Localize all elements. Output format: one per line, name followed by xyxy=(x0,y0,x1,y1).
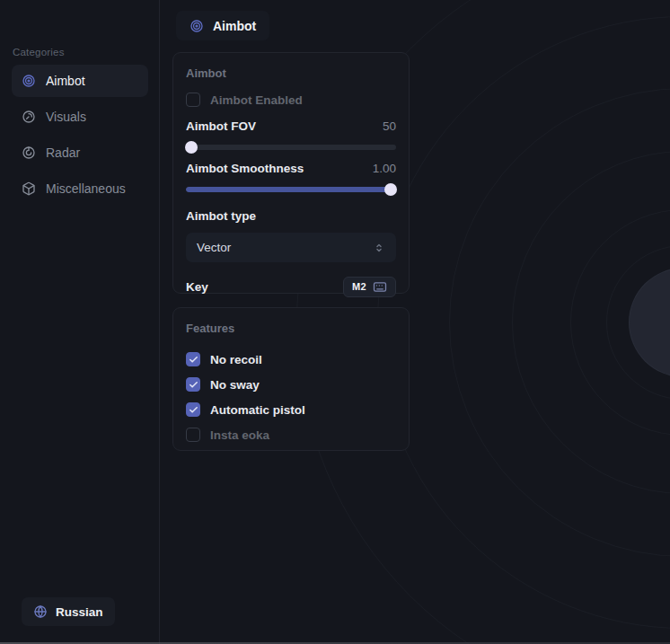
smoothness-slider-track[interactable] xyxy=(186,187,396,192)
target-icon xyxy=(190,19,204,33)
aimbot-panel: Aimbot Aimbot Enabled Aimbot FOV 50 Aimb… xyxy=(172,52,410,294)
key-binding-value: M2 xyxy=(352,281,366,292)
feature-label: No sway xyxy=(210,378,260,392)
sidebar-item-miscellaneous[interactable]: Miscellaneous xyxy=(12,172,148,205)
smoothness-slider[interactable] xyxy=(186,183,396,196)
key-row: Key M2 xyxy=(186,275,396,298)
smoothness-value-row: Aimbot Smoothness 1.00 xyxy=(186,162,396,175)
feature-label: No recoil xyxy=(210,353,262,366)
check-icon xyxy=(189,355,198,365)
smoothness-label: Aimbot Smoothness xyxy=(186,162,304,175)
fov-value-row: Aimbot FOV 50 xyxy=(186,119,396,133)
fov-value: 50 xyxy=(383,119,396,133)
no-sway-checkbox[interactable] xyxy=(186,377,200,392)
aimbot-type-label: Aimbot type xyxy=(186,209,396,223)
panel-title: Aimbot xyxy=(186,66,396,80)
tab-aimbot[interactable]: Aimbot xyxy=(176,11,269,40)
fov-slider[interactable] xyxy=(186,141,396,154)
fov-slider-thumb[interactable] xyxy=(185,141,198,154)
smoothness-value: 1.00 xyxy=(373,162,396,175)
cube-icon xyxy=(22,181,36,196)
globe-icon xyxy=(33,604,48,619)
smoothness-slider-thumb[interactable] xyxy=(384,183,397,196)
smoothness-slider-fill xyxy=(186,187,396,192)
aimbot-type-select[interactable]: Vector xyxy=(186,233,396,262)
no-recoil-checkbox[interactable] xyxy=(186,352,200,366)
features-panel: Features No recoil No sway Automatic pis… xyxy=(172,307,410,451)
sidebar: Categories Aimbot Visuals Radar Miscella… xyxy=(0,0,160,644)
aimbot-type-value: Vector xyxy=(197,241,231,254)
sidebar-item-label: Visuals xyxy=(46,110,86,124)
categories-label: Categories xyxy=(13,47,65,57)
sidebar-item-label: Miscellaneous xyxy=(46,181,126,196)
radar-icon xyxy=(22,146,36,160)
fov-slider-track[interactable] xyxy=(186,145,396,150)
check-icon xyxy=(189,405,198,415)
language-button[interactable]: Russian xyxy=(22,597,115,626)
automatic-pistol-checkbox[interactable] xyxy=(186,402,200,417)
key-binding-button[interactable]: M2 xyxy=(343,277,396,297)
panel-title: Features xyxy=(186,322,396,335)
sidebar-item-visuals[interactable]: Visuals xyxy=(12,101,148,133)
tab-label: Aimbot xyxy=(213,19,256,33)
feature-row-no-recoil: No recoil xyxy=(186,347,396,372)
sidebar-item-label: Aimbot xyxy=(46,74,85,88)
language-button-label: Russian xyxy=(56,605,103,619)
sidebar-item-radar[interactable]: Radar xyxy=(12,137,148,169)
sidebar-item-label: Radar xyxy=(46,146,80,160)
eye-icon xyxy=(22,110,36,124)
aimbot-enabled-checkbox[interactable] xyxy=(186,93,200,107)
feature-row-insta-eoka: Insta eoka xyxy=(186,422,396,447)
category-nav: Aimbot Visuals Radar Miscellaneous xyxy=(12,65,148,208)
feature-row-no-sway: No sway xyxy=(186,372,396,397)
fov-label: Aimbot FOV xyxy=(186,119,256,133)
sidebar-item-aimbot[interactable]: Aimbot xyxy=(12,65,148,97)
feature-row-automatic-pistol: Automatic pistol xyxy=(186,397,396,422)
target-icon xyxy=(22,74,36,88)
feature-label: Insta eoka xyxy=(210,428,269,442)
key-label: Key xyxy=(186,280,208,294)
insta-eoka-checkbox[interactable] xyxy=(186,428,200,442)
check-icon xyxy=(189,380,198,390)
chevron-up-down-icon xyxy=(373,242,385,254)
feature-label: Automatic pistol xyxy=(210,403,305,417)
aimbot-enabled-label: Aimbot Enabled xyxy=(210,93,303,107)
keyboard-icon xyxy=(373,281,387,293)
aimbot-enabled-row: Aimbot Enabled xyxy=(186,92,396,108)
